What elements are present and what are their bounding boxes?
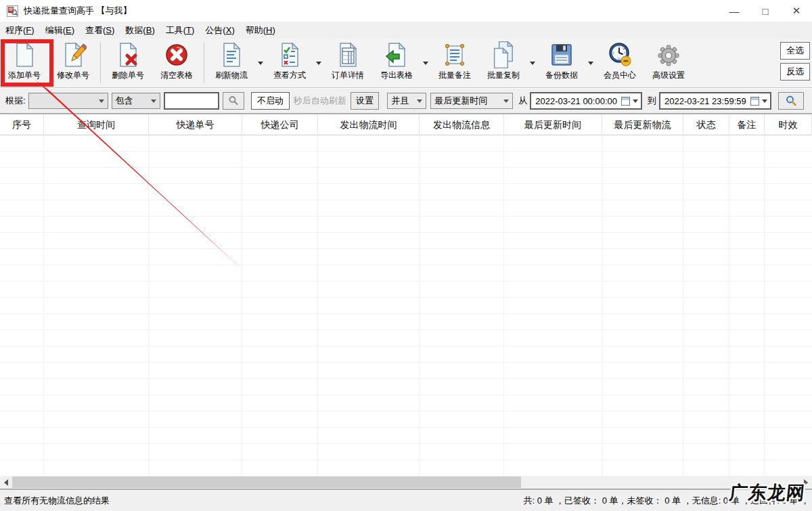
batch-note-button[interactable]: 批量备注 (430, 40, 479, 86)
menu-item-2[interactable]: 查看(S) (80, 22, 120, 39)
batch-copy-dropdown-arrow[interactable] (528, 40, 537, 86)
backup-data-button[interactable]: 备份数据 (537, 40, 586, 86)
clear-table-button[interactable]: 清空表格 (152, 40, 201, 86)
delete-number-label: 删除单号 (112, 70, 144, 81)
invert-selection-button[interactable]: 反选 (780, 63, 810, 81)
chevron-down-icon (99, 99, 104, 103)
doc-lines-icon (218, 41, 245, 68)
advanced-settings-label: 高级设置 (652, 70, 685, 81)
time-search-button[interactable] (778, 92, 804, 110)
grid-column-line (729, 135, 729, 476)
chevron-down-icon (417, 99, 422, 103)
backup-data-dropdown-arrow[interactable] (586, 40, 595, 86)
batch-copy-label: 批量复制 (487, 70, 520, 81)
selection-buttons: 全选反选 (780, 42, 810, 81)
menu-bar: 程序(F)编辑(E)查看(S)数据(B)工具(T)公告(X)帮助(H) (0, 22, 812, 39)
toolbar: 添加单号修改单号删除单号清空表格刷新物流查看方式订单详情导出表格批量备注批量复制… (0, 39, 812, 88)
menu-item-3[interactable]: 数据(B) (120, 22, 160, 39)
menu-item-4[interactable]: 工具(T) (160, 22, 200, 39)
maximize-button[interactable]: □ (750, 0, 781, 22)
grid-column-line (683, 135, 683, 476)
doc-checklist-icon (276, 41, 303, 68)
batch-copy-button[interactable]: 批量复制 (479, 40, 528, 86)
add-number-label: 添加单号 (8, 70, 41, 81)
doc-grid-icon (334, 41, 361, 68)
search-icon (228, 95, 239, 106)
auto-refresh-suffix-label: 秒后自动刷新 (294, 95, 346, 107)
backup-data-label: 备份数据 (545, 70, 578, 81)
filter-match-select[interactable]: 包含 (112, 93, 160, 109)
refresh-logistics-button[interactable]: 刷新物流 (207, 40, 256, 86)
auto-refresh-input[interactable]: 不启动 (251, 92, 290, 110)
filter-search-button[interactable] (223, 92, 244, 110)
column-header-seq[interactable]: 序号 (0, 114, 44, 136)
column-header-query-time[interactable]: 查询时间 (44, 114, 149, 136)
column-header-validity[interactable]: 时效 (765, 114, 812, 136)
grid-column-line (419, 135, 420, 476)
clear-table-label: 清空表格 (160, 70, 193, 81)
column-header-first-logistics-time[interactable]: 发出物流时间 (318, 114, 420, 136)
batch-note-label: 批量备注 (438, 70, 471, 81)
export-table-label: 导出表格 (380, 70, 413, 81)
from-date-picker[interactable]: 2022-03-21 00:00:00 (530, 92, 642, 110)
export-table-dropdown-arrow[interactable] (421, 40, 430, 86)
select-all-button[interactable]: 全选 (780, 42, 810, 60)
column-header-last-update-info[interactable]: 最后更新物流 (602, 114, 683, 136)
refresh-logistics-dropdown-arrow[interactable] (256, 40, 265, 86)
calendar-icon (750, 97, 759, 106)
edit-number-button[interactable]: 修改单号 (49, 40, 97, 86)
view-mode-dropdown-arrow[interactable] (314, 40, 323, 86)
grid-column-line (602, 135, 602, 476)
export-table-button[interactable]: 导出表格 (372, 40, 421, 86)
chevron-down-icon (633, 99, 638, 103)
to-label: 到 (648, 95, 656, 107)
gear-icon (655, 41, 682, 68)
horizontal-scrollbar[interactable] (0, 476, 812, 489)
delete-number-button[interactable]: 删除单号 (104, 40, 152, 86)
grid-column-line (503, 135, 504, 476)
floppy-icon (548, 41, 575, 68)
view-mode-button[interactable]: 查看方式 (265, 40, 314, 86)
column-header-first-logistics-info[interactable]: 发出物流信息 (420, 114, 504, 136)
member-center-button[interactable]: 会员中心 (595, 40, 644, 86)
grid-column-line (43, 135, 44, 476)
filter-field-select[interactable] (28, 93, 108, 109)
minimize-button[interactable]: — (719, 0, 750, 22)
member-center-label: 会员中心 (604, 70, 636, 81)
close-button[interactable]: ✕ (781, 0, 812, 22)
column-header-tracking-number[interactable]: 快递单号 (149, 114, 242, 136)
order-details-label: 订单详情 (332, 70, 364, 81)
title-bar: 快递批量查询高手 【与我】 — □ ✕ (0, 0, 812, 22)
to-date-picker[interactable]: 2022-03-21 23:59:59 (659, 92, 771, 110)
advanced-settings-button[interactable]: 高级设置 (644, 40, 693, 86)
column-header-note[interactable]: 备注 (729, 114, 765, 136)
menu-item-5[interactable]: 公告(X) (200, 22, 240, 39)
column-header-last-update-time[interactable]: 最后更新时间 (504, 114, 602, 136)
table-body (0, 135, 812, 476)
doc-pencil-icon (60, 41, 87, 68)
toolbar-separator (100, 43, 101, 83)
logic-select[interactable]: 并且 (387, 93, 426, 109)
filter-by-label: 根据: (5, 95, 26, 107)
edit-number-label: 修改单号 (57, 70, 89, 81)
chevron-down-icon (151, 99, 156, 103)
scroll-left-arrow-icon[interactable] (0, 476, 12, 489)
doc-export-icon (383, 41, 410, 68)
time-field-select[interactable]: 最后更新时间 (430, 93, 513, 109)
filter-keyword-input[interactable] (164, 92, 219, 110)
grid-column-line (764, 135, 765, 476)
add-number-button[interactable]: 添加单号 (0, 40, 49, 86)
calendar-icon (621, 97, 630, 106)
menu-item-1[interactable]: 编辑(E) (40, 22, 80, 39)
column-header-status[interactable]: 状态 (683, 114, 729, 136)
order-details-button[interactable]: 订单详情 (323, 40, 372, 86)
menu-item-0[interactable]: 程序(F) (0, 22, 40, 39)
search-icon (785, 95, 797, 107)
toolbar-separator (204, 43, 204, 83)
menu-item-6[interactable]: 帮助(H) (240, 22, 281, 39)
scrollbar-thumb[interactable] (12, 476, 521, 488)
filter-bar: 根据: 包含 不启动 秒后自动刷新 设置 并且 最后更新时间 从 2022-03… (0, 89, 812, 114)
refresh-logistics-label: 刷新物流 (215, 70, 248, 81)
column-header-courier-company[interactable]: 快递公司 (242, 114, 318, 136)
settings-button[interactable]: 设置 (351, 92, 380, 110)
